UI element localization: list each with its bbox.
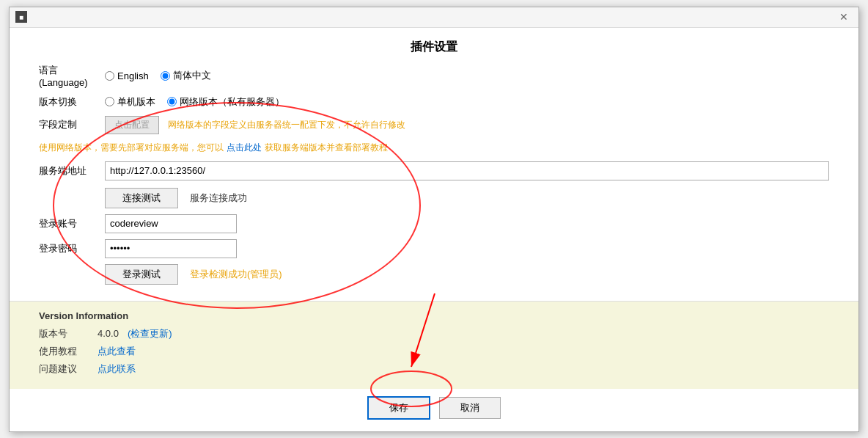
version-switch-label: 版本切换 <box>39 95 105 109</box>
content-area: 语言(Language) English 简体中文 版本切换 单机版本 <box>10 64 858 296</box>
field-custom-notice: 网络版本的字段定义由服务器统一配置下发，不允许自行修改 <box>168 119 405 131</box>
connection-test-result: 服务连接成功 <box>190 191 247 205</box>
version-info-title: Version Information <box>39 310 829 321</box>
server-address-row: 服务端地址 <box>39 161 829 180</box>
version-network-option[interactable]: 网络版本（私有服务器） <box>167 95 284 109</box>
account-label: 登录账号 <box>39 217 105 230</box>
language-row: 语言(Language) English 简体中文 <box>39 64 829 88</box>
version-section: Version Information 版本号 4.0.0 (检查更新) 使用教… <box>10 301 858 389</box>
check-update-link[interactable]: (检查更新) <box>128 327 172 340</box>
login-test-button[interactable]: 登录测试 <box>105 264 178 285</box>
tutorial-link[interactable]: 点此查看 <box>98 345 136 358</box>
version-single-label: 单机版本 <box>117 95 155 109</box>
spacer <box>10 296 858 301</box>
version-single-option[interactable]: 单机版本 <box>105 95 155 109</box>
server-address-input[interactable] <box>105 161 829 180</box>
title-bar-left: ■ <box>15 11 27 23</box>
version-number-value: 4.0.0 <box>98 328 119 339</box>
dialog-title: 插件设置 <box>10 28 858 64</box>
tutorial-row: 使用教程 点此查看 <box>39 345 829 358</box>
language-radio-group: English 简体中文 <box>105 69 211 82</box>
version-number-row: 版本号 4.0.0 (检查更新) <box>39 327 829 340</box>
version-network-radio[interactable] <box>167 97 177 106</box>
language-chinese-label: 简体中文 <box>173 69 211 82</box>
password-input[interactable] <box>105 239 237 258</box>
save-button[interactable]: 保存 <box>367 396 430 420</box>
language-english-label: English <box>117 70 149 81</box>
deploy-tutorial-link[interactable]: 点击此处 <box>227 142 262 154</box>
field-custom-label: 字段定制 <box>39 118 105 131</box>
account-input[interactable] <box>105 214 237 233</box>
feedback-link[interactable]: 点此联系 <box>98 362 136 376</box>
version-network-label: 网络版本（私有服务器） <box>180 95 284 109</box>
version-number-label: 版本号 <box>39 327 98 340</box>
app-icon: ■ <box>15 11 27 23</box>
connection-test-row: 连接测试 服务连接成功 <box>39 188 829 208</box>
login-test-row: 登录测试 登录检测成功(管理员) <box>39 264 829 285</box>
cancel-button[interactable]: 取消 <box>439 397 501 419</box>
network-notice: 使用网络版本，需要先部署对应服务端，您可以 点击此处 获取服务端版本并查看部署教… <box>39 142 829 154</box>
network-notice-text1: 使用网络版本，需要先部署对应服务端，您可以 <box>39 142 224 154</box>
settings-dialog: ■ ✕ 插件设置 语言(Language) English 简体中文 版本 <box>9 7 859 432</box>
language-english-option[interactable]: English <box>105 70 149 81</box>
account-row: 登录账号 <box>39 214 829 233</box>
login-test-result: 登录检测成功(管理员) <box>190 268 282 281</box>
language-english-radio[interactable] <box>105 71 114 81</box>
feedback-label: 问题建议 <box>39 362 98 376</box>
password-row: 登录密码 <box>39 239 829 258</box>
password-label: 登录密码 <box>39 242 105 255</box>
language-chinese-radio[interactable] <box>161 71 170 81</box>
close-button[interactable]: ✕ <box>835 10 853 24</box>
connection-test-button[interactable]: 连接测试 <box>105 188 178 208</box>
server-address-label: 服务端地址 <box>39 164 105 178</box>
version-switch-row: 版本切换 单机版本 网络版本（私有服务器） <box>39 95 829 109</box>
version-switch-radio-group: 单机版本 网络版本（私有服务器） <box>105 95 284 109</box>
footer-buttons: 保存 取消 <box>10 389 858 431</box>
feedback-row: 问题建议 点此联系 <box>39 362 829 376</box>
field-custom-button: 点击配置 <box>105 116 159 134</box>
language-chinese-option[interactable]: 简体中文 <box>161 69 211 82</box>
version-single-radio[interactable] <box>105 97 114 106</box>
language-label: 语言(Language) <box>39 64 105 88</box>
title-bar: ■ ✕ <box>10 7 858 28</box>
network-notice-text2: 获取服务端版本并查看部署教程 <box>265 142 388 154</box>
field-custom-row: 字段定制 点击配置 网络版本的字段定义由服务器统一配置下发，不允许自行修改 <box>39 116 829 134</box>
tutorial-label: 使用教程 <box>39 345 98 358</box>
